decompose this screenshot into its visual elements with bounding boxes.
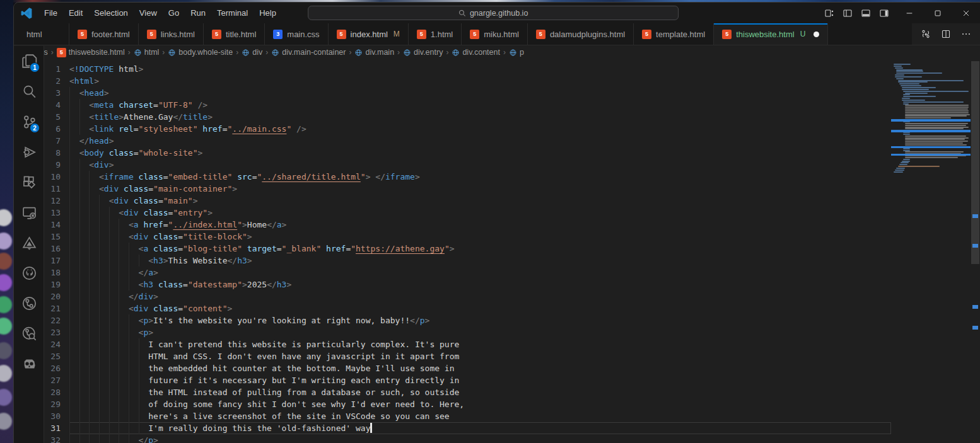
scrollbar-slider[interactable] (971, 61, 979, 264)
line-number[interactable]: 31 (44, 422, 69, 434)
commit-graph-icon[interactable] (14, 288, 44, 318)
line-number[interactable]: 23 (44, 326, 69, 338)
breadcrumb-thiswebsite.html[interactable]: 5thiswebsite.html (57, 48, 125, 57)
line-number[interactable]: 28 (44, 386, 69, 398)
tab-main.css[interactable]: 3main.css (265, 23, 328, 45)
code-line-10[interactable]: 10<iframe class="embed-title" src="../sh… (44, 171, 891, 183)
tab-template.html[interactable]: 5template.html (634, 23, 714, 45)
line-number[interactable]: 1 (44, 63, 69, 75)
line-number[interactable]: 7 (44, 135, 69, 147)
breadcrumb-p[interactable]: p (509, 48, 524, 57)
toggle-panel-icon[interactable] (860, 8, 872, 19)
menu-view[interactable]: View (134, 6, 163, 20)
line-number[interactable]: 20 (44, 291, 69, 302)
customize-layout-icon[interactable] (824, 8, 835, 19)
line-number[interactable]: 19 (44, 279, 69, 291)
dirty-indicator-dot[interactable] (814, 32, 819, 37)
line-number[interactable]: 6 (44, 123, 69, 135)
code-line-17[interactable]: 17<h3>This Website</h3> (44, 255, 891, 267)
line-number[interactable]: 14 (44, 219, 69, 231)
editor[interactable]: 1<!DOCTYPE html>2<html>3<head>4<meta cha… (44, 61, 980, 443)
line-number[interactable]: 24 (44, 338, 69, 350)
code-line-21[interactable]: 21<div class="content"> (44, 302, 891, 314)
code-line-18[interactable]: 18</a> (44, 267, 891, 279)
run-debug-icon[interactable] (14, 137, 44, 167)
tab-miku.html[interactable]: 5miku.html (462, 23, 528, 45)
line-number[interactable]: 12 (44, 195, 69, 207)
breadcrumb-div.entry[interactable]: div.entry (403, 48, 443, 57)
code-line-15[interactable]: 15<div class="title-block"> (44, 231, 891, 243)
code-line-19[interactable]: 19<h3 class="datestamp">2025</h3> (44, 279, 891, 291)
line-number[interactable]: 16 (44, 243, 69, 255)
code-line-6[interactable]: 6<link rel="stylesheet" href="../main.cs… (44, 123, 891, 135)
code-line-28[interactable]: 28the HTML instead of pulling from a dat… (44, 386, 891, 398)
tab-dalamudplugins.html[interactable]: 5dalamudplugins.html (528, 23, 634, 45)
line-number[interactable]: 17 (44, 255, 69, 267)
godot-tools-icon[interactable] (14, 348, 44, 379)
line-number[interactable]: 5 (44, 111, 69, 123)
code-line-31[interactable]: 31I'm really doing this the 'old-fashion… (44, 422, 891, 434)
code-line-26[interactable]: 26the embedded hit counter at the bottom… (44, 362, 891, 374)
tab-links.html[interactable]: 5links.html (139, 23, 204, 45)
code-line-20[interactable]: 20</div> (44, 291, 891, 302)
close-button[interactable] (952, 3, 980, 23)
code-line-27[interactable]: 27future if it's necessary but I'm writi… (44, 374, 891, 386)
breadcrumb-div.main-container[interactable]: div.main-container (271, 48, 346, 57)
line-number[interactable]: 9 (44, 159, 69, 171)
open-changes-icon[interactable] (921, 29, 931, 39)
search-icon[interactable] (14, 76, 44, 106)
code-line-13[interactable]: 13<div class="entry"> (44, 207, 891, 219)
breadcrumb-div.main[interactable]: div.main (354, 48, 394, 57)
tab-thiswebsite.html[interactable]: 5thiswebsite.htmlU (714, 23, 828, 45)
more-actions-icon[interactable] (961, 29, 971, 39)
menu-file[interactable]: File (38, 6, 63, 20)
menu-run[interactable]: Run (185, 6, 211, 20)
breadcrumb-body.whole-site[interactable]: body.whole-site (168, 48, 233, 57)
gitlens-search-icon[interactable] (14, 318, 44, 348)
source-control-icon[interactable]: 2 (14, 106, 44, 137)
code-line-8[interactable]: 8<body class="whole-site"> (44, 147, 891, 159)
line-number[interactable]: 26 (44, 362, 69, 374)
line-number[interactable]: 22 (44, 314, 69, 326)
code-line-32[interactable]: 32</p> (44, 434, 891, 443)
line-number[interactable]: 10 (44, 171, 69, 183)
code-line-22[interactable]: 22<p>It's the website you're looking at … (44, 314, 891, 326)
line-number[interactable]: 2 (44, 75, 69, 87)
toggle-primary-sidebar-icon[interactable] (842, 8, 853, 19)
code-line-12[interactable]: 12<div class="main"> (44, 195, 891, 207)
code-line-23[interactable]: 23<p> (44, 326, 891, 338)
breadcrumb-div[interactable]: div (242, 48, 262, 57)
tab-index.html[interactable]: 5index.htmlM (329, 23, 409, 45)
line-number[interactable]: 13 (44, 207, 69, 219)
menu-edit[interactable]: Edit (63, 6, 88, 20)
triangle-a-extension-icon[interactable] (14, 227, 44, 258)
line-number[interactable]: 4 (44, 99, 69, 111)
code-line-4[interactable]: 4<meta charset="UTF-8" /> (44, 99, 891, 111)
code-line-5[interactable]: 5<title>Athene.Gay</title> (44, 111, 891, 123)
code-line-2[interactable]: 2<html> (44, 75, 891, 87)
menu-go[interactable]: Go (163, 6, 185, 20)
menu-selection[interactable]: Selection (88, 6, 133, 20)
line-number[interactable]: 15 (44, 231, 69, 243)
remote-explorer-icon[interactable] (14, 197, 44, 227)
code-line-25[interactable]: 25HTML and CSS. I don't even have any ja… (44, 350, 891, 362)
code-line-16[interactable]: 16<a class="blog-title" target="_blank" … (44, 243, 891, 255)
code-line-9[interactable]: 9<div> (44, 159, 891, 171)
line-number[interactable]: 32 (44, 434, 69, 443)
line-number[interactable]: 29 (44, 398, 69, 410)
github-icon[interactable] (14, 258, 44, 288)
maximize-button[interactable] (923, 3, 952, 23)
code-line-30[interactable]: 30here's a live screenshot of the site i… (44, 410, 891, 422)
breadcrumb-div.content[interactable]: div.content (452, 48, 500, 57)
minimize-button[interactable] (895, 3, 923, 23)
line-number[interactable]: 30 (44, 410, 69, 422)
extensions-icon[interactable] (14, 167, 44, 197)
code-line-3[interactable]: 3<head> (44, 87, 891, 99)
tab-html[interactable]: html (14, 23, 69, 45)
line-number[interactable]: 27 (44, 374, 69, 386)
breadcrumb-html[interactable]: html (134, 48, 160, 57)
code-line-11[interactable]: 11<div class="main-container"> (44, 183, 891, 195)
code-line-1[interactable]: 1<!DOCTYPE html> (44, 63, 891, 75)
code-line-7[interactable]: 7</head> (44, 135, 891, 147)
code-line-14[interactable]: 14<a href="../index.html">Home</a> (44, 219, 891, 231)
